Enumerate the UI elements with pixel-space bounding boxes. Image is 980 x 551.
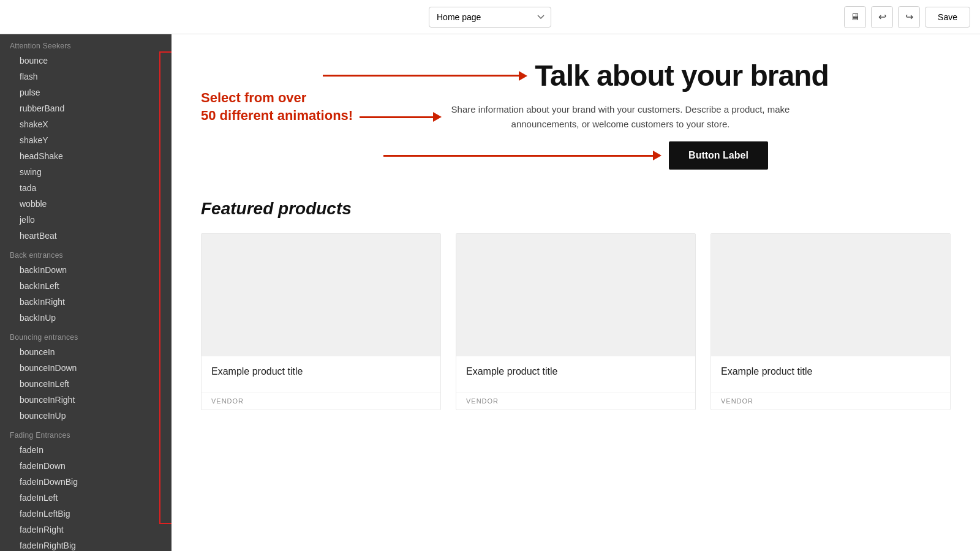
product-card-2: Example product title VENDOR — [710, 233, 951, 410]
product-image-0 — [202, 234, 440, 356]
brand-cta-button[interactable]: Button Label — [669, 141, 768, 170]
product-title-2: Example product title — [721, 366, 940, 377]
sidebar-item-label: bounceInRight — [20, 395, 75, 405]
product-card-0: Example product title VENDOR — [201, 233, 441, 410]
sidebar-item-bounceInLeft[interactable]: bounceInLeft — [0, 376, 172, 392]
brand-description: Share information about your brand with … — [449, 102, 792, 132]
sidebar-section-label: Attention Seekers — [0, 34, 172, 53]
topbar: Home page About Contact Products 🖥 ↩ ↪ S… — [0, 0, 980, 34]
redo-button[interactable]: ↪ — [898, 6, 920, 28]
featured-section: Featured products Example product title … — [201, 199, 951, 410]
sidebar-item-shakeX[interactable]: shakeX — [0, 116, 172, 132]
desc-arrow — [360, 112, 442, 122]
brand-section: Select from over 50 different animations… — [201, 59, 951, 170]
sidebar-section-label: Bouncing entrances — [0, 326, 172, 344]
sidebar-item-bounceInUp[interactable]: bounceInUp — [0, 408, 172, 424]
sidebar-item-label: fadeInRight — [20, 525, 64, 534]
featured-title: Featured products — [201, 199, 951, 219]
product-card-1: Example product title VENDOR — [456, 233, 696, 410]
selection-callout: Select from over 50 different animations… — [201, 89, 353, 124]
sidebar-section-label: Fading Entrances — [0, 424, 172, 442]
desktop-view-button[interactable]: 🖥 — [844, 6, 866, 28]
sidebar-item-backInDown[interactable]: backInDown — [0, 262, 172, 278]
sidebar-item-label: fadeInLeft — [20, 493, 58, 503]
sidebar-item-heartBeat[interactable]: heartBeat — [0, 228, 172, 244]
sidebar-item-rubberBand[interactable]: rubberBand — [0, 100, 172, 116]
content-area: Select from over 50 different animations… — [172, 34, 980, 551]
sidebar-item-bounceIn[interactable]: bounceIn — [0, 344, 172, 360]
topbar-right: 🖥 ↩ ↪ Save — [844, 6, 970, 28]
sidebar-item-label: fadeIn — [20, 445, 43, 455]
sidebar-item-label: bounceInDown — [20, 363, 77, 373]
sidebar-item-label: shakeY — [20, 135, 48, 145]
sidebar-item-pulse[interactable]: pulse — [0, 84, 172, 100]
sidebar-item-fadeInRight[interactable]: fadeInRight — [0, 522, 172, 538]
sidebar-item-label: shakeX — [20, 119, 48, 129]
sidebar-item-headShake[interactable]: headShake — [0, 148, 172, 164]
button-arrow — [383, 151, 662, 160]
sidebar-item-jello[interactable]: jello — [0, 212, 172, 228]
sidebar-item-label: backInRight — [20, 297, 65, 307]
product-image-2 — [711, 234, 950, 356]
sidebar-item-label: backInDown — [20, 265, 67, 275]
sidebar-item-label: swing — [20, 167, 42, 177]
sidebar-item-fadeInRightBig[interactable]: fadeInRightBig — [0, 538, 172, 551]
sidebar-item-fadeInDownBig[interactable]: fadeInDownBig — [0, 474, 172, 490]
sidebar-item-fadeInLeftBig[interactable]: fadeInLeftBig — [0, 506, 172, 522]
product-title-0: Example product title — [211, 366, 431, 377]
sidebar-item-bounce[interactable]: bounce — [0, 53, 172, 69]
product-title-1: Example product title — [466, 366, 685, 377]
sidebar-item-label: heartBeat — [20, 231, 57, 241]
title-arrow — [323, 71, 527, 81]
main-layout: Attention SeekersbounceflashpulserubberB… — [0, 34, 980, 551]
sidebar-item-backInUp[interactable]: backInUp — [0, 310, 172, 326]
undo-button[interactable]: ↩ — [871, 6, 893, 28]
product-vendor-1: VENDOR — [456, 392, 695, 410]
sidebar-item-fadeInLeft[interactable]: fadeInLeft — [0, 490, 172, 506]
product-info-0: Example product title — [202, 356, 440, 392]
product-vendor-2: VENDOR — [711, 392, 950, 410]
sidebar-item-label: bounce — [20, 56, 48, 66]
sidebar-item-label: flash — [20, 72, 38, 81]
product-vendor-0: VENDOR — [202, 392, 440, 410]
sidebar-item-tada[interactable]: tada — [0, 180, 172, 196]
sidebar-item-label: backInLeft — [20, 281, 59, 291]
sidebar-item-label: bounceIn — [20, 347, 55, 357]
sidebar-item-label: headShake — [20, 151, 63, 161]
topbar-center: Home page About Contact Products — [429, 7, 551, 28]
sidebar-item-shakeY[interactable]: shakeY — [0, 132, 172, 148]
sidebar-item-swing[interactable]: swing — [0, 164, 172, 180]
sidebar-item-label: bounceInUp — [20, 411, 66, 421]
sidebar-item-bounceInRight[interactable]: bounceInRight — [0, 392, 172, 408]
sidebar-section-label: Back entrances — [0, 244, 172, 262]
products-grid: Example product title VENDOR Example pro… — [201, 233, 951, 410]
sidebar-item-label: fadeInDownBig — [20, 477, 78, 487]
product-info-2: Example product title — [711, 356, 950, 392]
sidebar-item-label: fadeInLeftBig — [20, 509, 70, 519]
sidebar-item-label: wobble — [20, 199, 47, 209]
sidebar-item-fadeIn[interactable]: fadeIn — [0, 442, 172, 458]
product-info-1: Example product title — [456, 356, 695, 392]
sidebar-item-label: backInUp — [20, 313, 56, 323]
product-image-1 — [456, 234, 695, 356]
sidebar-item-label: jello — [20, 215, 35, 225]
save-button[interactable]: Save — [925, 7, 970, 28]
sidebar-item-fadeInDown[interactable]: fadeInDown — [0, 458, 172, 474]
sidebar-item-label: fadeInDown — [20, 461, 66, 471]
sidebar-item-label: tada — [20, 183, 36, 193]
sidebar: Attention SeekersbounceflashpulserubberB… — [0, 34, 172, 551]
sidebar-item-bounceInDown[interactable]: bounceInDown — [0, 360, 172, 376]
sidebar-item-label: rubberBand — [20, 103, 64, 113]
content-inner: Select from over 50 different animations… — [172, 34, 980, 551]
sidebar-item-flash[interactable]: flash — [0, 69, 172, 84]
sidebar-item-backInLeft[interactable]: backInLeft — [0, 278, 172, 294]
sidebar-item-label: fadeInRightBig — [20, 541, 76, 550]
page-select[interactable]: Home page About Contact Products — [429, 7, 551, 28]
sidebar-item-backInRight[interactable]: backInRight — [0, 294, 172, 310]
brand-title: Talk about your brand — [535, 59, 828, 92]
sidebar-item-label: pulse — [20, 88, 40, 97]
sidebar-item-wobble[interactable]: wobble — [0, 196, 172, 212]
sidebar-item-label: bounceInLeft — [20, 379, 69, 389]
